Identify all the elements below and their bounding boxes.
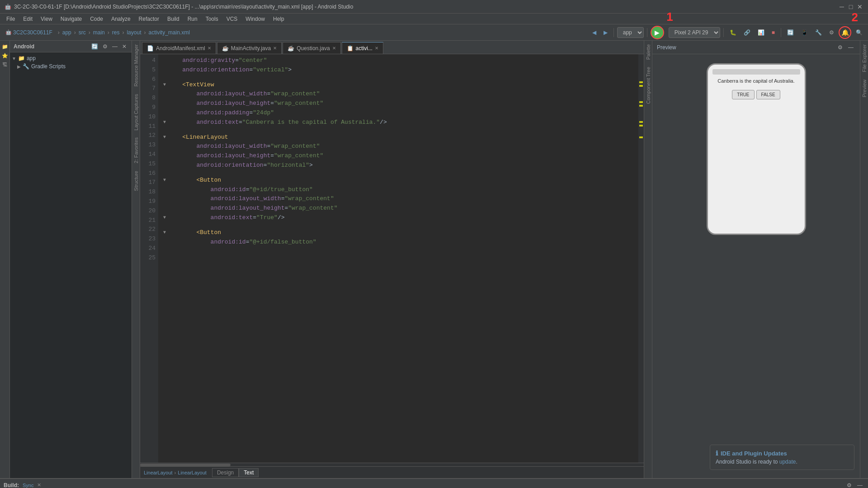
fold-15 <box>162 154 167 159</box>
window-controls: ─ □ ✕ <box>838 3 863 10</box>
preview-close[interactable]: — <box>846 43 855 52</box>
structure-tab[interactable]: Structure <box>132 167 140 195</box>
favorites-tab[interactable]: 2: Favorites <box>132 134 140 167</box>
toolbar-sep1 <box>613 28 614 37</box>
horizontal-scrollbar[interactable] <box>140 463 644 466</box>
back-button[interactable]: ◀ <box>590 27 599 38</box>
debug-button[interactable]: 🐛 <box>727 27 739 38</box>
build-settings-btn[interactable]: ⚙ <box>845 481 854 488</box>
code-line-4: android:gravity="center" <box>162 56 635 66</box>
app-selector[interactable]: app <box>617 27 644 38</box>
build-minimize-btn[interactable]: — <box>855 481 864 488</box>
fold-7[interactable]: ▼ <box>162 82 167 88</box>
gutter-mark-1 <box>639 81 643 83</box>
menu-analyze[interactable]: Analyze <box>108 15 134 23</box>
resource-manager-tab[interactable]: Resource Manager <box>132 41 140 90</box>
sync-button-link[interactable]: Sync <box>23 483 33 488</box>
tab-label-activ: activi... <box>356 45 373 52</box>
tree-item-gradle[interactable]: ▶ 🔧 Gradle Scripts <box>10 62 132 70</box>
line-num-11: 11 <box>143 122 156 131</box>
notification-button[interactable]: 🔔 <box>839 26 851 39</box>
menu-run[interactable]: Run <box>184 15 201 23</box>
text-tab[interactable]: Text <box>239 468 259 477</box>
fold-22[interactable]: ▼ <box>162 215 167 221</box>
menu-refactor[interactable]: Refactor <box>135 15 163 23</box>
stop-button[interactable]: ■ <box>769 27 778 38</box>
attach-button[interactable]: 🔗 <box>741 27 753 38</box>
sync-button[interactable]: 🔄 <box>784 27 797 38</box>
project-name: 3C2C30C0611F <box>13 29 52 36</box>
file-explorer-tab[interactable]: File Explorer <box>861 41 868 76</box>
close-question-tab[interactable]: ✕ <box>332 46 336 51</box>
line-num-9: 9 <box>143 103 156 113</box>
preview-right-tab[interactable]: Preview <box>861 76 868 101</box>
menu-edit[interactable]: Edit <box>19 15 36 23</box>
breadcrumb-sep3: › <box>89 29 90 36</box>
fold-13[interactable]: ▼ <box>162 135 167 140</box>
notification-text: Android Studio is ready to <box>716 459 778 465</box>
fold-11[interactable]: ▼ <box>162 120 167 125</box>
update-link[interactable]: update <box>779 459 796 465</box>
palette-tab[interactable]: Palette <box>645 41 652 63</box>
design-tab[interactable]: Design <box>212 468 239 477</box>
tab-activity-main-xml[interactable]: 📋 activi... ✕ <box>342 42 383 54</box>
fold-24[interactable]: ▼ <box>162 230 167 235</box>
close-sync-tab[interactable]: ✕ <box>37 482 41 488</box>
code-line-10: android:padding="24dp" <box>162 108 635 118</box>
close-main-tab[interactable]: ✕ <box>273 46 277 51</box>
line-num-18: 18 <box>143 188 156 197</box>
gutter-mark-4 <box>639 105 643 107</box>
menu-vcs[interactable]: VCS <box>223 15 241 23</box>
minimize-button[interactable]: ─ <box>838 3 845 10</box>
fold-18[interactable]: ▼ <box>162 178 167 183</box>
forward-button[interactable]: ▶ <box>601 27 610 38</box>
sync-files-button[interactable]: 🔄 <box>90 42 99 51</box>
menu-navigate[interactable]: Navigate <box>57 15 85 23</box>
tab-main-activity[interactable]: ☕ MainActivity.java ✕ <box>217 42 282 54</box>
cog-button[interactable]: ⚙ <box>101 42 109 51</box>
tree-arrow-app: ▼ <box>12 56 16 61</box>
fold-12 <box>162 127 167 133</box>
tab-label-question: Question.java <box>297 45 330 52</box>
project-selector[interactable]: 🤖 3C2C30C0611F <box>3 27 55 38</box>
close-tree-button[interactable]: ✕ <box>121 42 128 51</box>
device-selector[interactable]: Pixel 2 API 29 <box>669 27 720 38</box>
structure-icon[interactable]: 🏗 <box>1 61 9 69</box>
fold-5[interactable] <box>162 67 167 73</box>
preview-settings[interactable]: ⚙ <box>836 43 844 52</box>
sdk-button[interactable]: 🔧 <box>812 27 825 38</box>
menu-bar: File Edit View Navigate Code Analyze Ref… <box>0 14 868 24</box>
tree-item-app[interactable]: ▼ 📁 app <box>10 54 132 62</box>
settings-button[interactable]: ⚙ <box>826 27 837 38</box>
menu-tools[interactable]: Tools <box>202 15 222 23</box>
maximize-button[interactable]: □ <box>847 3 854 10</box>
project-icon[interactable]: 📁 <box>1 42 9 51</box>
menu-help[interactable]: Help <box>269 15 288 23</box>
bc-file: activity_main.xml <box>148 29 189 36</box>
favorites-icon[interactable]: ⭐ <box>1 52 9 60</box>
close-activ-tab[interactable]: ✕ <box>375 46 378 51</box>
menu-build[interactable]: Build <box>164 15 183 23</box>
run-button[interactable]: ▶ <box>651 26 664 39</box>
tab-question[interactable]: ☕ Question.java ✕ <box>283 42 340 54</box>
code-line-11: ▼ android:text="Canberra is the capital … <box>162 118 635 127</box>
fold-20 <box>162 197 167 202</box>
layout-captures-tab[interactable]: Layout Captures <box>132 90 140 134</box>
close-manifest-tab[interactable]: ✕ <box>208 46 211 51</box>
collapse-button[interactable]: — <box>111 42 119 51</box>
close-button[interactable]: ✕ <box>856 3 863 10</box>
menu-file[interactable]: File <box>3 15 19 23</box>
menu-code[interactable]: Code <box>86 15 107 23</box>
fold-4[interactable] <box>162 58 167 63</box>
bc-linear-layout-1[interactable]: LinearLayout <box>144 470 173 475</box>
tab-android-manifest[interactable]: 📄 AndroidManifest.xml ✕ <box>142 42 216 54</box>
profile-button[interactable]: 📊 <box>755 27 767 38</box>
fold-9 <box>162 101 167 107</box>
avd-button[interactable]: 📱 <box>798 27 811 38</box>
menu-view[interactable]: View <box>37 15 56 23</box>
component-tree-tab[interactable]: Component Tree <box>645 63 652 108</box>
menu-window[interactable]: Window <box>242 15 269 23</box>
search-everywhere-button[interactable]: 🔍 <box>853 27 865 38</box>
code-lines[interactable]: android:gravity="center" android:orienta… <box>158 54 638 463</box>
bc-linear-layout-2[interactable]: LinearLayout <box>178 470 207 475</box>
